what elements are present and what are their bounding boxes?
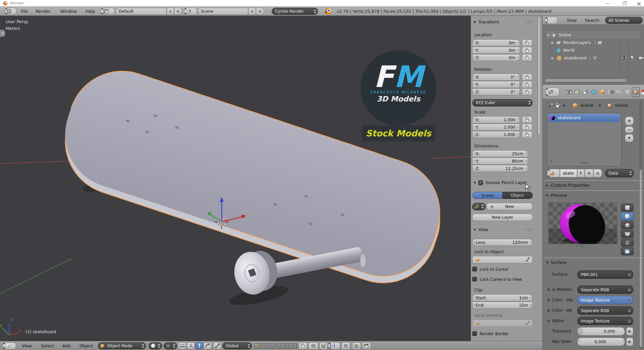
editor-type-button-outliner[interactable] — [545, 17, 557, 24]
rotate-manipulator-button[interactable] — [204, 342, 212, 349]
screen-layout-selector[interactable] — [101, 8, 115, 15]
add-material-slot-button[interactable]: + — [625, 117, 634, 125]
outliner-row-scene[interactable]: ⊖ Scene — [546, 31, 640, 39]
surface-panel-header[interactable]: ▼ Surface — [546, 260, 641, 265]
add-layout-button[interactable]: + — [167, 8, 174, 15]
data-source-selector[interactable]: Data — [605, 169, 634, 177]
rotation-x-lock-button[interactable] — [522, 74, 532, 81]
panel-grip-icon[interactable] — [633, 261, 639, 264]
scene-name-field[interactable]: Scene — [198, 8, 248, 15]
preview-type-world-button[interactable] — [621, 247, 634, 255]
add-menu[interactable]: Add — [62, 341, 70, 350]
transform-panel-header[interactable]: ▼ Transform — [474, 19, 537, 25]
breadcrumb-object[interactable]: skateb — [580, 103, 594, 108]
restore-button[interactable] — [619, 1, 629, 6]
transform-orientation-selector[interactable]: Global — [222, 342, 252, 349]
rotation-x-field[interactable]: X:0° — [472, 74, 520, 81]
translucency-socket-button[interactable] — [626, 327, 633, 336]
layout-name-field[interactable]: Default — [116, 8, 167, 15]
material-specials-button[interactable]: ▼ — [625, 134, 634, 142]
select-menu[interactable]: Select — [41, 341, 54, 350]
panel-grip-icon[interactable] — [633, 194, 639, 197]
outliner-horizontal-scrollbar[interactable] — [545, 79, 627, 82]
rotation-y-field[interactable]: Y:0° — [472, 81, 520, 88]
custom-properties-panel-header[interactable]: ▶ Custom Properties — [546, 183, 641, 188]
color-ma-selector[interactable]: Image Texture — [577, 296, 633, 304]
new-material-button[interactable]: + — [585, 169, 593, 177]
dimensions-z-field[interactable]: Z:12.25cm — [472, 165, 528, 172]
lens-field[interactable]: Lens:120mm — [472, 239, 533, 246]
layers-widget-a[interactable] — [254, 343, 275, 348]
editor-type-button-properties[interactable] — [545, 88, 559, 96]
snap-peel-button[interactable] — [341, 342, 350, 349]
delete-layout-button[interactable]: × — [174, 8, 182, 15]
remove-material-slot-button[interactable]: − — [625, 126, 634, 133]
editor-type-button-info[interactable] — [5, 8, 17, 15]
preview-type-cube-button[interactable] — [621, 221, 634, 229]
renderability-camera-icon[interactable] — [638, 55, 644, 60]
delete-scene-button[interactable]: × — [256, 8, 264, 15]
resize-grip[interactable] — [576, 245, 584, 247]
material-slot-item[interactable]: skateboard — [548, 114, 620, 122]
preview-type-flat-button[interactable] — [621, 204, 634, 212]
panel-grip-icon[interactable] — [526, 228, 532, 231]
dimensions-y-field[interactable]: Y:80cm — [472, 158, 528, 165]
preview-type-monkey-button[interactable] — [621, 230, 634, 238]
tab-data[interactable] — [624, 87, 631, 97]
clip-start-field[interactable]: Start:1cm — [472, 294, 533, 301]
object-menu[interactable]: Object — [79, 341, 93, 350]
translate-manipulator-button[interactable] — [195, 342, 203, 349]
grease-new-button[interactable]: + New — [486, 203, 533, 210]
material-sphere-icon[interactable] — [607, 103, 612, 108]
scale-x-lock-button[interactable] — [522, 116, 532, 123]
grease-draw-mode-selector[interactable] — [472, 203, 486, 210]
unlink-material-button[interactable]: × — [593, 169, 602, 177]
pivot-point-selector[interactable] — [164, 342, 177, 349]
scale-manipulator-button[interactable] — [213, 342, 221, 349]
view-panel-header[interactable]: ▼ View — [474, 227, 537, 232]
lock-to-object-field[interactable] — [472, 256, 533, 263]
scale-z-lock-button[interactable] — [522, 131, 532, 138]
viewport-shading-selector[interactable] — [149, 342, 162, 349]
menu-file[interactable]: File — [21, 7, 28, 16]
material-browse-button[interactable] — [547, 169, 560, 177]
object-cube-icon[interactable] — [572, 103, 578, 108]
scale-z-field[interactable]: Z:1.000 — [472, 131, 520, 138]
material-name-field[interactable]: skate — [560, 169, 577, 177]
tab-scene[interactable] — [582, 87, 589, 97]
menu-render[interactable]: Render — [36, 7, 51, 16]
preview-panel-header[interactable]: ▼ Preview — [546, 193, 641, 198]
panel-grip-icon[interactable] — [526, 20, 532, 24]
location-x-lock-button[interactable] — [522, 39, 532, 46]
menu-help[interactable]: Help — [86, 7, 95, 16]
preview-type-hair-button[interactable] — [621, 238, 634, 247]
scale-y-field[interactable]: Y:1.000 — [472, 124, 520, 131]
dimensions-x-field[interactable]: X:25cm — [472, 150, 528, 157]
scene-selector-button[interactable] — [184, 8, 197, 15]
mode-selector[interactable]: Object Mode — [98, 342, 146, 349]
add-scene-button[interactable]: + — [248, 8, 256, 15]
manipulate-center-points-button[interactable] — [178, 342, 186, 349]
expand-icon[interactable]: ⊕ — [547, 308, 550, 313]
tab-texture[interactable] — [640, 87, 644, 97]
location-y-field[interactable]: Y:0m — [472, 47, 520, 54]
breadcrumb-material[interactable]: skateb — [615, 103, 628, 108]
rotation-z-lock-button[interactable] — [522, 88, 532, 95]
abs-strength-socket-button[interactable] — [626, 338, 633, 346]
rotation-y-lock-button[interactable] — [522, 81, 532, 88]
scale-y-lock-button[interactable] — [522, 124, 532, 131]
toolshelf-expand-tab[interactable]: + — [0, 30, 5, 37]
snap-element-selector[interactable] — [328, 342, 340, 349]
outliner-menu-search[interactable]: Search — [585, 16, 599, 25]
is-metallic-selector[interactable]: Separate RGB — [577, 286, 633, 294]
expand-icon[interactable]: ⊕ — [547, 298, 550, 302]
preview-type-sphere-button[interactable] — [621, 212, 634, 220]
eyedropper-icon[interactable] — [525, 257, 530, 262]
tab-modifiers[interactable] — [615, 87, 623, 97]
local-camera-field[interactable] — [472, 319, 533, 327]
viewport-3d[interactable]: User Persp Meters (1) skateboard z y x +… — [0, 16, 471, 341]
menu-window[interactable]: Window — [60, 7, 77, 16]
new-layer-button[interactable]: New Layer — [472, 214, 533, 221]
tab-material[interactable] — [632, 87, 640, 97]
rotation-z-field[interactable]: Z:0° — [472, 88, 520, 95]
